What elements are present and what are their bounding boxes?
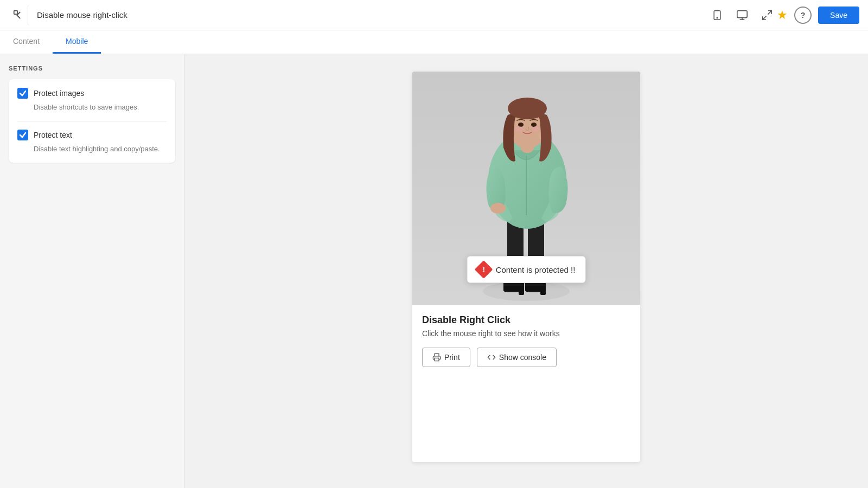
console-icon <box>487 353 496 362</box>
header: Disable mouse right-click ★ ? <box>0 0 868 30</box>
protect-images-label: Protect images <box>34 89 84 98</box>
header-right: ★ ? Save <box>777 7 859 24</box>
fashion-figure: ! Content is protected !! <box>412 72 640 305</box>
save-button[interactable]: Save <box>818 7 859 24</box>
print-icon <box>432 353 441 362</box>
content-protected-popup: ! Content is protected !! <box>467 256 586 283</box>
device-icons <box>707 5 777 25</box>
svg-line-7 <box>763 16 766 19</box>
svg-rect-3 <box>737 10 747 17</box>
back-button[interactable] <box>9 5 28 25</box>
svg-point-20 <box>490 203 506 214</box>
protect-images-header: Protect images <box>17 88 167 99</box>
preview-card: ! Content is protected !! Disable Right … <box>412 72 640 462</box>
star-button[interactable]: ★ <box>777 8 788 22</box>
preview-content: Disable Right Click Click the mouse righ… <box>412 305 640 377</box>
protect-text-label: Protect text <box>34 131 72 139</box>
protected-popup-text: Content is protected !! <box>496 265 576 274</box>
svg-point-23 <box>508 98 547 119</box>
protect-text-checkbox[interactable] <box>17 130 28 140</box>
svg-rect-28 <box>435 358 439 361</box>
settings-card: Protect images Disable shortcuts to save… <box>9 79 175 163</box>
preview-title: Disable Right Click <box>422 314 630 326</box>
svg-point-27 <box>532 126 540 132</box>
svg-line-6 <box>768 10 771 14</box>
tabs-bar: Content Mobile <box>0 30 868 54</box>
preview-image: ! Content is protected !! <box>412 72 640 305</box>
tab-content[interactable]: Content <box>0 30 53 54</box>
svg-rect-0 <box>14 10 17 14</box>
mobile-icon-btn[interactable] <box>707 5 727 25</box>
svg-point-2 <box>717 17 718 18</box>
sidebar: SETTINGS Protect images Disable shortcut… <box>0 54 184 488</box>
show-console-button[interactable]: Show console <box>477 348 557 367</box>
print-button[interactable]: Print <box>422 348 470 367</box>
preview-actions: Print Show console <box>422 348 630 367</box>
preview-subtitle: Click the mouse right to see how it work… <box>422 329 630 338</box>
protect-images-checkbox[interactable] <box>17 88 28 99</box>
svg-rect-14 <box>519 287 524 295</box>
tab-mobile[interactable]: Mobile <box>53 30 101 54</box>
expand-icon-btn[interactable] <box>757 5 777 25</box>
protect-images-row: Protect images Disable shortcuts to save… <box>17 88 167 113</box>
page-title: Disable mouse right-click <box>37 10 697 20</box>
svg-point-25 <box>531 123 537 127</box>
preview-area: ! Content is protected !! Disable Right … <box>184 54 868 488</box>
main-layout: SETTINGS Protect images Disable shortcut… <box>0 54 868 488</box>
help-button[interactable]: ? <box>794 7 812 24</box>
protect-text-header: Protect text <box>17 130 167 140</box>
protect-text-row: Protect text Disable text highlighting a… <box>17 130 167 155</box>
settings-label: SETTINGS <box>9 65 175 72</box>
protect-images-desc: Disable shortcuts to save images. <box>34 102 167 113</box>
svg-point-26 <box>515 126 524 132</box>
protect-text-desc: Disable text highlighting and copy/paste… <box>34 144 167 155</box>
settings-divider <box>17 121 167 122</box>
svg-rect-17 <box>540 287 546 295</box>
desktop-icon-btn[interactable] <box>732 5 752 25</box>
warning-icon: ! <box>475 260 493 279</box>
svg-point-24 <box>518 123 524 127</box>
